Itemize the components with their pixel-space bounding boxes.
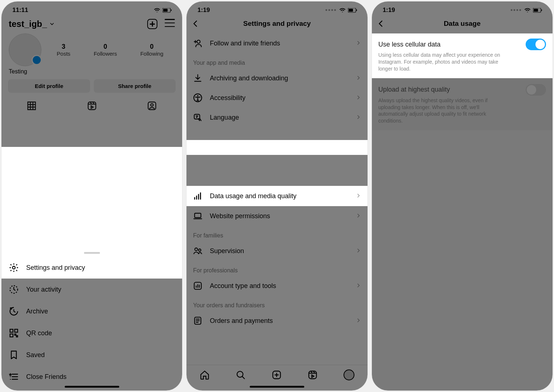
- nav-header: Data usage: [372, 15, 553, 33]
- search-tab-icon[interactable]: [236, 370, 246, 380]
- setitem-label: Supervision: [210, 247, 244, 255]
- item-account-type[interactable]: Account type and tools: [186, 276, 367, 296]
- svg-point-21: [198, 249, 201, 252]
- status-bar: 11:11: [1, 1, 182, 15]
- setitem-label: Data usage and media quality: [210, 192, 296, 200]
- option-title: Use less cellular data: [378, 41, 441, 48]
- item-orders[interactable]: Orders and payments: [186, 311, 367, 331]
- sheet-item-archive[interactable]: Archive: [1, 300, 182, 322]
- toggle-upload-quality[interactable]: [526, 84, 546, 96]
- item-accessibility[interactable]: Accessibility: [186, 88, 367, 108]
- svg-rect-29: [541, 9, 542, 11]
- stat-following[interactable]: 0Following: [140, 43, 163, 57]
- option-desc: Always upload the highest quality videos…: [378, 97, 509, 125]
- profile-header: test_igb_: [1, 15, 182, 31]
- create-tab-icon[interactable]: [272, 370, 282, 380]
- section-families: For families: [186, 226, 367, 241]
- item-data-usage[interactable]: Data usage and media quality: [186, 186, 367, 206]
- sheet-item-label: Your activity: [26, 286, 61, 293]
- reels-tab-icon[interactable]: [87, 101, 97, 111]
- hamburger-menu-button[interactable]: [165, 19, 175, 27]
- reels-tab-icon[interactable]: [308, 370, 318, 380]
- create-post-button[interactable]: [147, 19, 157, 29]
- list-star-icon: [9, 372, 19, 382]
- setitem-label: Website permissions: [210, 212, 270, 220]
- svg-point-15: [197, 40, 200, 43]
- receipt-icon: [193, 316, 202, 325]
- chart-box-icon: [193, 281, 202, 291]
- battery-icon: [162, 8, 172, 13]
- chevron-right-icon: [356, 75, 361, 82]
- status-bar: 1:19 ••••: [186, 1, 367, 15]
- activity-icon: [9, 284, 19, 295]
- menu-sheet: Settings and privacy Your activity Archi…: [1, 248, 182, 391]
- option-upload-quality[interactable]: Upload at highest quality Always upload …: [372, 79, 553, 131]
- username-dropdown[interactable]: test_igb_: [9, 19, 55, 29]
- profile-tabs: [1, 94, 182, 114]
- setitem-label: Archiving and downloading: [210, 75, 288, 82]
- username-label: test_igb_: [9, 19, 47, 29]
- sheet-item-settings[interactable]: Settings and privacy: [1, 257, 182, 279]
- grid-tab-icon[interactable]: [27, 101, 37, 111]
- chevron-down-icon: [49, 21, 55, 27]
- sheet-item-activity[interactable]: Your activity: [1, 279, 182, 300]
- sheet-item-saved[interactable]: Saved: [1, 344, 182, 366]
- item-language[interactable]: Language: [186, 108, 367, 127]
- item-follow-invite[interactable]: Follow and invite friends: [186, 33, 367, 53]
- page-title: Settings and privacy: [186, 20, 367, 28]
- section-app-media: Your app and media: [186, 53, 367, 68]
- svg-rect-19: [195, 213, 201, 217]
- setitem-label: Accessibility: [210, 94, 245, 102]
- svg-rect-13: [349, 9, 353, 12]
- sheet-item-label: Settings and privacy: [26, 264, 85, 272]
- avatar[interactable]: [9, 33, 41, 66]
- tagged-tab-icon[interactable]: [147, 101, 157, 111]
- home-indicator: [250, 386, 304, 388]
- add-person-icon: [193, 39, 202, 48]
- svg-rect-2: [171, 9, 172, 11]
- setitem-label: Account type and tools: [210, 282, 276, 290]
- share-profile-button[interactable]: Share profile: [94, 79, 176, 93]
- svg-rect-8: [10, 329, 13, 332]
- item-archiving[interactable]: Archiving and downloading: [186, 68, 367, 88]
- item-website-permissions[interactable]: Website permissions: [186, 206, 367, 226]
- svg-point-6: [12, 266, 15, 269]
- screen-settings: 1:19 •••• Settings and privacy Follow an…: [186, 1, 367, 391]
- screen-data-usage: 1:19 •••• Data usage Use less cellular d…: [372, 1, 553, 391]
- profile-tab-icon[interactable]: [344, 369, 354, 380]
- sheet-item-discover[interactable]: Discover people: [1, 388, 182, 391]
- status-time: 1:19: [383, 7, 395, 14]
- sheet-item-label: Close Friends: [26, 373, 67, 381]
- svg-rect-14: [356, 9, 357, 11]
- option-title: Upload at highest quality: [378, 86, 450, 93]
- people-icon: [193, 246, 202, 256]
- battery-icon: [348, 8, 357, 13]
- toggle-use-less-data[interactable]: [526, 39, 546, 50]
- cellular-bars-icon: [193, 191, 202, 201]
- setitem-label: Orders and payments: [210, 317, 273, 325]
- stat-posts[interactable]: 3Posts: [57, 43, 71, 57]
- stat-followers[interactable]: 0Followers: [94, 43, 117, 57]
- svg-rect-1: [163, 9, 168, 12]
- home-tab-icon[interactable]: [200, 370, 210, 380]
- sheet-item-close-friends[interactable]: Close Friends: [1, 366, 182, 388]
- accessibility-icon: [193, 93, 202, 103]
- screen-profile: 11:11 test_igb_ 3Posts: [1, 1, 182, 391]
- bookmark-icon: [9, 350, 19, 360]
- sheet-item-label: Archive: [26, 308, 48, 315]
- edit-profile-button[interactable]: Edit profile: [8, 79, 90, 93]
- sheet-item-label: QR code: [26, 329, 52, 337]
- svg-rect-10: [10, 334, 13, 337]
- option-use-less-data[interactable]: Use less cellular data Using less cellul…: [372, 33, 553, 78]
- section-orders: Your orders and fundraisers: [186, 296, 367, 311]
- item-supervision[interactable]: Supervision: [186, 241, 367, 261]
- status-bar: 1:19 ••••: [372, 1, 553, 15]
- sheet-item-qr[interactable]: QR code: [1, 322, 182, 344]
- add-story-icon[interactable]: [32, 55, 42, 65]
- qr-icon: [9, 328, 19, 338]
- sheet-grabber[interactable]: [84, 252, 100, 254]
- section-professionals: For professionals: [186, 261, 367, 276]
- wifi-icon: [524, 8, 531, 13]
- chevron-right-icon: [356, 317, 361, 325]
- option-desc: Using less cellular data may affect your…: [378, 52, 509, 72]
